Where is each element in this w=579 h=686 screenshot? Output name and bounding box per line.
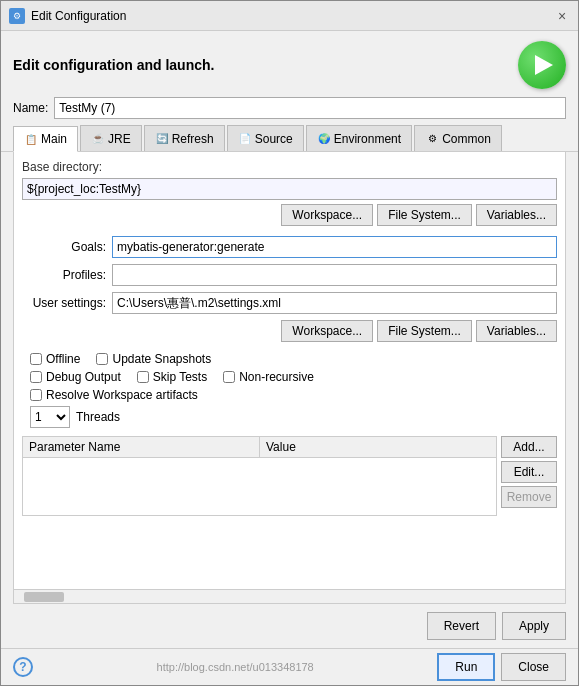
offline-checkbox-input[interactable] [30,353,42,365]
tab-common[interactable]: ⚙ Common [414,125,502,151]
resolve-workspace-input[interactable] [30,389,42,401]
tab-refresh-label: Refresh [172,132,214,146]
remove-param-button[interactable]: Remove [501,486,557,508]
update-snapshots-checkbox[interactable]: Update Snapshots [96,352,211,366]
run-large-button[interactable] [518,41,566,89]
common-tab-icon: ⚙ [425,132,439,146]
param-table-wrapper: Parameter Name Value Add... Edit... Remo… [22,436,557,516]
goals-row: Goals: [22,236,557,258]
header-subtitle: Edit configuration and launch. [13,57,214,73]
apply-button[interactable]: Apply [502,612,566,640]
run-button[interactable]: Run [437,653,495,681]
resolve-workspace-label: Resolve Workspace artifacts [46,388,198,402]
tab-common-label: Common [442,132,491,146]
title-bar: ⚙ Edit Configuration × [1,1,578,31]
dialog-title: Edit Configuration [31,9,126,23]
base-dir-input[interactable] [22,178,557,200]
refresh-tab-icon: 🔄 [155,132,169,146]
variables-btn-1[interactable]: Variables... [476,204,557,226]
param-col-value: Value [260,437,496,457]
debug-output-input[interactable] [30,371,42,383]
status-text: http://blog.csdn.net/u013348178 [33,661,437,673]
base-dir-label: Base directory: [22,160,557,174]
variables-btn-2[interactable]: Variables... [476,320,557,342]
dir-btn-row: Workspace... File System... Variables... [22,204,557,226]
skip-tests-input[interactable] [137,371,149,383]
horizontal-scrollbar[interactable] [14,589,565,603]
non-recursive-checkbox[interactable]: Non-recursive [223,370,314,384]
settings-btn-row: Workspace... File System... Variables... [22,320,557,342]
profiles-input[interactable] [112,264,557,286]
bottom-btns: Run Close [437,653,566,681]
profiles-row: Profiles: [22,264,557,286]
workspace-btn-2[interactable]: Workspace... [281,320,373,342]
tab-environment[interactable]: 🌍 Environment [306,125,412,151]
add-param-button[interactable]: Add... [501,436,557,458]
title-bar-left: ⚙ Edit Configuration [9,8,126,24]
jre-tab-icon: ☕ [91,132,105,146]
source-tab-icon: 📄 [238,132,252,146]
checkbox-row-2: Debug Output Skip Tests Non-recursive [30,370,557,384]
user-settings-label: User settings: [22,296,112,310]
param-table: Parameter Name Value [22,436,497,516]
environment-tab-icon: 🌍 [317,132,331,146]
debug-output-checkbox[interactable]: Debug Output [30,370,121,384]
checkbox-row-1: Offline Update Snapshots [30,352,557,366]
goals-input[interactable] [112,236,557,258]
footer-buttons: Revert Apply [1,604,578,648]
filesystem-btn-2[interactable]: File System... [377,320,472,342]
resolve-workspace-checkbox[interactable]: Resolve Workspace artifacts [30,388,198,402]
tab-main[interactable]: 📋 Main [13,126,78,152]
name-label: Name: [13,101,48,115]
close-button[interactable]: Close [501,653,566,681]
filesystem-btn-1[interactable]: File System... [377,204,472,226]
dialog: ⚙ Edit Configuration × Edit configuratio… [0,0,579,686]
tabs-bar: 📋 Main ☕ JRE 🔄 Refresh 📄 Source 🌍 Enviro… [1,125,578,152]
main-tab-icon: 📋 [24,132,38,146]
edit-param-button[interactable]: Edit... [501,461,557,483]
tab-jre[interactable]: ☕ JRE [80,125,142,151]
update-snapshots-label: Update Snapshots [112,352,211,366]
tab-jre-label: JRE [108,132,131,146]
header-area: Edit configuration and launch. [1,31,578,97]
user-settings-input[interactable] [112,292,557,314]
dialog-icon: ⚙ [9,8,25,24]
update-snapshots-input[interactable] [96,353,108,365]
panel-inner: Base directory: Workspace... File System… [14,152,565,589]
revert-button[interactable]: Revert [427,612,496,640]
skip-tests-label: Skip Tests [153,370,207,384]
param-table-header: Parameter Name Value [23,437,496,458]
threads-select[interactable]: 1 2 4 8 [30,406,70,428]
param-table-btn-col: Add... Edit... Remove [501,436,557,516]
name-row: Name: [1,97,578,125]
tab-source[interactable]: 📄 Source [227,125,304,151]
scroll-thumb[interactable] [24,592,64,602]
tab-refresh[interactable]: 🔄 Refresh [144,125,225,151]
checkboxes-area: Offline Update Snapshots Debug Output Sk… [22,352,557,402]
bottom-bar: ? http://blog.csdn.net/u013348178 Run Cl… [1,648,578,685]
main-panel: Base directory: Workspace... File System… [13,152,566,604]
debug-output-label: Debug Output [46,370,121,384]
tab-source-label: Source [255,132,293,146]
threads-label: Threads [76,410,120,424]
close-icon[interactable]: × [554,8,570,24]
tab-main-label: Main [41,132,67,146]
non-recursive-input[interactable] [223,371,235,383]
user-settings-row: User settings: [22,292,557,314]
skip-tests-checkbox[interactable]: Skip Tests [137,370,207,384]
non-recursive-label: Non-recursive [239,370,314,384]
param-col-name: Parameter Name [23,437,260,457]
name-input[interactable] [54,97,566,119]
profiles-label: Profiles: [22,268,112,282]
offline-checkbox[interactable]: Offline [30,352,80,366]
scroll-track [14,590,565,603]
checkbox-row-3: Resolve Workspace artifacts [30,388,557,402]
help-icon[interactable]: ? [13,657,33,677]
goals-label: Goals: [22,240,112,254]
workspace-btn-1[interactable]: Workspace... [281,204,373,226]
offline-label: Offline [46,352,80,366]
threads-row: 1 2 4 8 Threads [22,406,557,428]
tab-environment-label: Environment [334,132,401,146]
